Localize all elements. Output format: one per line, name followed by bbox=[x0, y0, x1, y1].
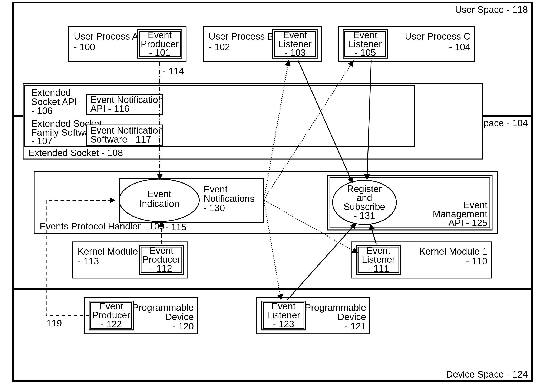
user-process-c: User Process C - 104 Event Listener - 10… bbox=[339, 26, 475, 62]
svg-text:- 113: - 113 bbox=[77, 256, 99, 266]
svg-text:Kernel Module 2: Kernel Module 2 bbox=[77, 246, 146, 257]
svg-text:Notifications: Notifications bbox=[204, 193, 255, 204]
diagram-root: User Space - 118 Kernel Space - 104 Devi… bbox=[0, 0, 545, 392]
svg-text:Event: Event bbox=[204, 184, 227, 195]
user-space-label: User Space - 118 bbox=[455, 4, 528, 15]
svg-text:- 121: - 121 bbox=[345, 321, 366, 331]
svg-text:- 110: - 110 bbox=[466, 256, 487, 266]
svg-text:- 100: - 100 bbox=[74, 42, 95, 52]
svg-text:Device: Device bbox=[337, 312, 366, 322]
svg-text:Programmable: Programmable bbox=[305, 302, 366, 313]
edge-119-label: - 119 bbox=[41, 318, 62, 328]
extended-socket: Extended Socket API - 106 Event Notifica… bbox=[23, 84, 483, 159]
events-protocol-handler: Events Protocol Handler - 109 Event Indi… bbox=[34, 172, 497, 234]
device-space-label: Device Space - 124 bbox=[446, 369, 528, 380]
svg-text:API - 116: API - 116 bbox=[90, 103, 129, 114]
svg-text:- 104: - 104 bbox=[449, 42, 470, 52]
kernel-module-2: Kernel Module 2 - 113 Event Producer - 1… bbox=[73, 242, 188, 278]
svg-text:User Process A: User Process A bbox=[74, 31, 139, 42]
programmable-device-121: Programmable Device - 121 Event Listener… bbox=[257, 298, 370, 334]
svg-text:- 131: - 131 bbox=[354, 210, 375, 221]
svg-text:- 107: - 107 bbox=[31, 136, 53, 146]
svg-text:- 111: - 111 bbox=[368, 263, 389, 273]
svg-text:- 106: - 106 bbox=[31, 105, 53, 116]
edge-115-label: - 115 bbox=[165, 222, 186, 232]
svg-text:Extended Socket  - 108: Extended Socket - 108 bbox=[28, 148, 123, 158]
kernel-module-1: Kernel Module 1 - 110 Event Listener - 1… bbox=[351, 242, 492, 278]
edge-114-label: - 114 bbox=[163, 66, 184, 76]
svg-text:Device: Device bbox=[165, 312, 194, 322]
svg-text:Indication: Indication bbox=[139, 199, 179, 209]
programmable-device-120: Programmable Device - 120 Event Producer… bbox=[84, 298, 197, 334]
svg-text:User Process B: User Process B bbox=[209, 31, 273, 42]
svg-text:Programmable: Programmable bbox=[132, 302, 194, 313]
svg-text:Event: Event bbox=[147, 189, 171, 199]
svg-text:- 102: - 102 bbox=[209, 42, 230, 52]
svg-text:- 130: - 130 bbox=[204, 203, 225, 213]
svg-text:- 103: - 103 bbox=[285, 47, 306, 58]
svg-text:User Process C: User Process C bbox=[405, 31, 471, 42]
svg-text:Extended: Extended bbox=[31, 87, 71, 98]
svg-text:Kernel Module 1: Kernel Module 1 bbox=[419, 246, 487, 257]
user-process-b: User Process B - 102 Event Listener - 10… bbox=[204, 26, 322, 62]
user-process-a: User Process A - 100 Event Producer - 10… bbox=[68, 26, 186, 62]
svg-text:- 120: - 120 bbox=[173, 321, 194, 331]
svg-text:- 105: - 105 bbox=[355, 47, 376, 58]
svg-text:- 122: - 122 bbox=[100, 319, 122, 329]
svg-text:Software - 117: Software - 117 bbox=[90, 134, 151, 145]
svg-text:- 123: - 123 bbox=[273, 319, 294, 329]
svg-text:- 112: - 112 bbox=[151, 263, 172, 273]
svg-text:- 101: - 101 bbox=[149, 47, 170, 58]
svg-text:API - 125: API - 125 bbox=[448, 217, 487, 228]
